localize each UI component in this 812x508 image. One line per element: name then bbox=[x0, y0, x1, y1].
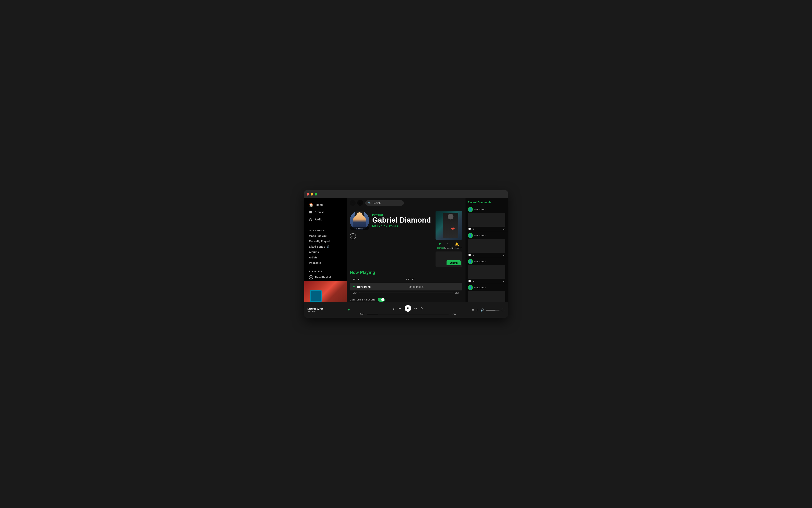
bell-icon: 🔔 bbox=[455, 242, 459, 246]
maximize-button[interactable] bbox=[315, 193, 317, 196]
track-time-row: 0:04 3:57 bbox=[350, 290, 462, 294]
track-progress-fill bbox=[359, 293, 361, 293]
player-track-info: Nuevos Aires Alex Fox ♥ bbox=[308, 307, 350, 313]
comment-entry: 👤 98 followers 💬 ♥ ↩ bbox=[465, 232, 508, 258]
comment-bubble-icon-2[interactable]: 💬 bbox=[468, 254, 471, 256]
comment-heart-icon-3[interactable]: ♥ bbox=[473, 280, 474, 283]
right-panel: Recent Comments 👤 98 followers 💬 ♥ ↩ bbox=[465, 198, 508, 302]
comment-entry: 👤 98 followers 💬 ♥ ↩ bbox=[465, 284, 508, 302]
liked-songs-label: Liked Songs bbox=[309, 245, 325, 248]
comment-reply-icon-1[interactable]: ↩ bbox=[503, 228, 505, 230]
host-info: Change Party Host Gabriel Diamond LISTEN… bbox=[350, 211, 431, 230]
bottom-player: Nuevos Aires Alex Fox ♥ ⇄ ⏮ ⏸ ⏭ ↻ 0:32 3… bbox=[304, 302, 508, 318]
library-item-recently-played[interactable]: Recently Played bbox=[306, 239, 345, 244]
close-button[interactable] bbox=[307, 193, 309, 196]
comment-bubble-icon-3[interactable]: 💬 bbox=[468, 280, 471, 283]
comment-heart-icon-1[interactable]: ♥ bbox=[473, 228, 474, 230]
search-input[interactable] bbox=[373, 202, 401, 204]
library-item-liked-songs[interactable]: Liked Songs 🔊 bbox=[306, 244, 345, 249]
plus-circle-icon: + bbox=[309, 275, 313, 280]
library-item-podcasts[interactable]: Podcasts bbox=[306, 260, 345, 265]
comment-bubble-icon-1[interactable]: 💬 bbox=[468, 228, 471, 230]
user-icon-3: 👤 bbox=[469, 260, 472, 263]
album-door bbox=[310, 290, 322, 302]
library-section-title: YOUR LIBRARY bbox=[304, 226, 347, 233]
minimize-button[interactable] bbox=[311, 193, 313, 196]
user-icon-1: 👤 bbox=[469, 208, 472, 211]
back-button[interactable]: ‹ bbox=[350, 200, 356, 206]
comment-actions-1: 💬 ♥ ↩ bbox=[468, 228, 505, 230]
volume-icon: 🔊 bbox=[326, 245, 329, 248]
favorite-label: Favorite bbox=[444, 247, 451, 249]
progress-row: 0:32 3:53 bbox=[360, 313, 456, 315]
volume-button[interactable]: 🔊 bbox=[480, 308, 484, 312]
top-bar: ‹ › 🔍 bbox=[347, 198, 465, 208]
library-item-made-for-you[interactable]: Made For You bbox=[306, 233, 345, 239]
recently-played-label: Recently Played bbox=[309, 240, 330, 243]
user-icon-2: 👤 bbox=[469, 234, 472, 237]
np-heart-icon[interactable]: ♥ bbox=[348, 308, 350, 312]
library-item-albums[interactable]: Albums bbox=[306, 249, 345, 255]
comment-user-row-2: 👤 98 followers bbox=[468, 233, 505, 238]
track-progress-bar[interactable] bbox=[359, 293, 453, 293]
comment-avatar-2: 👤 bbox=[468, 233, 473, 238]
comment-box-display-1 bbox=[468, 213, 505, 226]
albums-label: Albums bbox=[309, 251, 319, 254]
radio-icon: ◎ bbox=[309, 217, 312, 222]
sidebar-item-radio[interactable]: ◎ Radio bbox=[306, 216, 345, 223]
track-row[interactable]: ♥ Borderline Tame Impala bbox=[350, 283, 462, 290]
track-title: Borderline bbox=[357, 285, 408, 288]
listeners-toggle[interactable] bbox=[378, 298, 385, 302]
player-progress-fill bbox=[367, 313, 378, 314]
main-content: ‹ › 🔍 bbox=[347, 198, 465, 302]
play-pause-button[interactable]: ⏸ bbox=[405, 305, 411, 312]
traffic-lights bbox=[307, 193, 317, 196]
shuffle-button[interactable]: ⇄ bbox=[393, 307, 395, 310]
sidebar-item-home[interactable]: 🏠 Home bbox=[306, 201, 345, 209]
repeat-button[interactable]: ↻ bbox=[420, 307, 423, 310]
comment-avatar-4: 👤 bbox=[468, 285, 473, 290]
queue-button[interactable]: ≡ bbox=[472, 308, 474, 312]
comment-entry: 👤 98 followers 💬 ♥ ↩ bbox=[465, 206, 508, 232]
sidebar-item-browse[interactable]: ⊞ Browse bbox=[306, 209, 345, 216]
host-avatar-wrap: Change bbox=[350, 211, 369, 230]
video-panel: ❤ ♥ Following ☆ Favorite 🔔 N bbox=[436, 211, 462, 267]
host-name: Gabriel Diamond bbox=[372, 216, 431, 224]
comment-reply-icon-3[interactable]: ↩ bbox=[503, 280, 505, 283]
prev-button[interactable]: ⏮ bbox=[399, 307, 402, 310]
comment-avatar-3: 👤 bbox=[468, 259, 473, 264]
now-playing-title: Now Playing bbox=[350, 270, 375, 276]
volume-slider[interactable] bbox=[486, 310, 499, 310]
more-button[interactable]: ••• bbox=[350, 233, 356, 239]
star-icon: ☆ bbox=[446, 242, 449, 246]
next-button[interactable]: ⏭ bbox=[414, 307, 417, 310]
player-total-time: 3:53 bbox=[450, 313, 456, 315]
comment-user-row-3: 👤 98 followers bbox=[468, 259, 505, 264]
forward-button[interactable]: › bbox=[357, 200, 363, 206]
comment-heart-icon-2[interactable]: ♥ bbox=[473, 254, 474, 256]
search-icon: 🔍 bbox=[368, 202, 371, 204]
player-progress-bar[interactable] bbox=[367, 313, 449, 314]
comment-entry: 👤 98 followers 💬 ♥ ↩ bbox=[465, 258, 508, 284]
comment-box-display-2 bbox=[468, 239, 505, 253]
devices-button[interactable]: ⊟ bbox=[476, 308, 478, 312]
favorite-button[interactable]: ☆ Favorite bbox=[444, 242, 451, 249]
library-items: Made For You Recently Played Liked Songs… bbox=[304, 233, 347, 265]
notifications-button[interactable]: 🔔 Notifications bbox=[451, 242, 462, 249]
user-icon-4: 👤 bbox=[469, 286, 472, 289]
comment-followers-3: 98 followers bbox=[474, 260, 486, 263]
change-label[interactable]: Change bbox=[350, 227, 369, 230]
total-time: 3:57 bbox=[455, 292, 459, 294]
right-panel-title: Recent Comments bbox=[465, 198, 508, 206]
artists-label: Artists bbox=[309, 256, 317, 259]
comment-reply-icon-2[interactable]: ↩ bbox=[503, 254, 505, 256]
browse-icon: ⊞ bbox=[309, 210, 312, 214]
party-host-label: Party Host bbox=[372, 214, 431, 216]
following-button[interactable]: ♥ Following bbox=[436, 242, 444, 249]
app-window: 🏠 Home ⊞ Browse ◎ Radio YOUR LIBRARY Mad… bbox=[304, 190, 508, 318]
fullscreen-button[interactable]: ⛶ bbox=[501, 308, 504, 312]
home-icon: 🏠 bbox=[309, 203, 313, 207]
submit-button[interactable]: Submit bbox=[447, 260, 460, 265]
library-item-artists[interactable]: Artists bbox=[306, 255, 345, 260]
new-playlist-button[interactable]: + New Playlist bbox=[306, 274, 345, 281]
